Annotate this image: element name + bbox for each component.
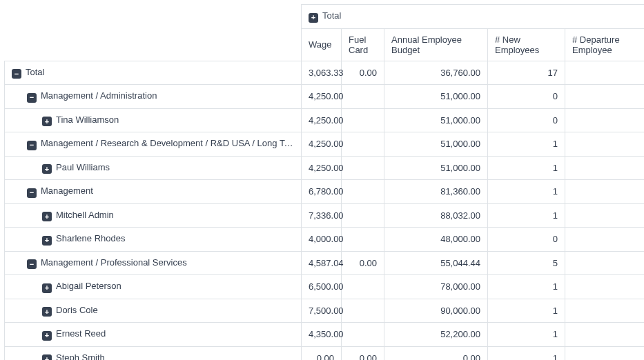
cell-wage: 4,250.00 [302,85,342,109]
cell-new_employees: 1 [488,346,565,360]
plus-icon[interactable] [42,236,52,246]
row-label: Management / Professional Services [41,257,187,268]
row-header[interactable]: Paul Williams [5,156,302,180]
minus-icon[interactable] [27,259,37,269]
row-label: Management [41,186,93,196]
cell-wage: 7,500.00 [302,299,342,323]
cell-new_employees: 0 [488,228,565,252]
cell-annual_budget: 78,000.00 [384,275,488,299]
row-header[interactable]: Sharlene Rhodes [5,228,302,252]
cell-annual_budget: 51,000.00 [384,85,488,109]
cell-annual_budget: 51,000.00 [384,156,488,180]
cell-departure_employees: 1 [565,156,645,180]
cell-departure_employees: 0 [565,346,645,360]
row-header[interactable]: Management / Professional Services [5,251,302,275]
pivot-row: Paul Williams4,250.0051,000.0011 [5,156,645,180]
pivot-row: Sharlene Rhodes4,000.0048,000.0001 [5,228,645,252]
cell-wage: 4,587.04 [302,251,342,275]
row-header[interactable]: Ernest Reed [5,323,302,347]
plus-icon[interactable] [42,164,52,174]
row-label: Tina Williamson [56,114,119,125]
row-label: Management / Administration [41,90,157,101]
cell-departure_employees: 1 [565,251,645,275]
row-header[interactable]: Tina Williamson [5,108,302,132]
row-header[interactable]: Steph Smith [5,346,302,360]
row-header[interactable]: Management / Research & Development / R&… [5,132,302,157]
cell-departure_employees: 0 [565,203,645,228]
column-header-wage[interactable]: Wage [302,28,342,61]
cell-departure_employees: 1 [565,180,645,204]
pivot-row: Mitchell Admin7,336.0088,032.0010 [5,203,645,228]
pivot-row: Management6,780.0081,360.0011 [5,180,645,204]
pivot-row: Tina Williamson4,250.0051,000.0001 [5,108,645,132]
plus-icon[interactable] [42,354,52,360]
plus-icon[interactable] [309,13,318,23]
cell-fuel_card [342,275,384,299]
cell-new_employees: 1 [488,156,565,180]
cell-new_employees: 1 [488,323,565,347]
plus-icon[interactable] [42,331,52,341]
cell-departure_employees: 1 [565,132,645,157]
cell-new_employees: 17 [488,61,565,85]
minus-icon[interactable] [27,188,37,198]
cell-annual_budget: 52,200.00 [384,323,488,347]
row-label: Abigail Peterson [56,281,121,291]
cell-fuel_card [342,156,384,180]
cell-new_employees: 5 [488,251,565,275]
row-header[interactable]: Total [5,61,302,85]
plus-icon[interactable] [42,212,52,221]
cell-new_employees: 0 [488,108,565,132]
row-label: Steph Smith [56,352,105,361]
column-header-new-employees[interactable]: # New Employees [488,28,565,61]
cell-annual_budget: 90,000.00 [384,299,488,323]
cell-new_employees: 1 [488,275,565,299]
row-label: Ernest Reed [56,328,106,339]
row-header[interactable]: Mitchell Admin [5,203,302,228]
pivot-table: Total Wage Fuel Card Annual Employee Bud… [4,4,644,360]
plus-icon[interactable] [42,307,52,317]
plus-icon[interactable] [42,117,52,126]
cell-fuel_card: 0.00 [342,251,384,275]
cell-new_employees: 0 [488,85,565,109]
row-header[interactable]: Management / Administration [5,85,302,109]
cell-wage: 4,250.00 [302,132,342,157]
cell-annual_budget: 55,044.44 [384,251,488,275]
row-header[interactable]: Abigail Peterson [5,275,302,299]
row-label: Doris Cole [56,305,98,315]
cell-wage: 6,500.00 [302,275,342,299]
column-group-total[interactable]: Total [302,5,645,29]
cell-departure_employees: 1 [565,228,645,252]
row-header[interactable]: Management [5,180,302,204]
pivot-row: Ernest Reed4,350.0052,200.0010 [5,323,645,347]
column-header-fuel-card[interactable]: Fuel Card [342,28,384,61]
plus-icon[interactable] [42,283,52,293]
pivot-row: Management / Professional Services4,587.… [5,251,645,275]
cell-wage: 4,000.00 [302,228,342,252]
cell-wage: 6,780.00 [302,180,342,204]
column-header-annual-budget[interactable]: Annual Employee Budget [384,28,488,61]
cell-annual_budget: 51,000.00 [384,108,488,132]
cell-new_employees: 1 [488,299,565,323]
cell-fuel_card [342,85,384,109]
row-label: Sharlene Rhodes [56,233,125,243]
cell-new_employees: 1 [488,180,565,204]
cell-fuel_card [342,203,384,228]
pivot-row: Steph Smith0.000.000.0010 [5,346,645,360]
cell-annual_budget: 0.00 [384,346,488,360]
pivot-row: Management / Administration4,250.0051,00… [5,85,645,109]
cell-wage: 4,250.00 [302,156,342,180]
cell-fuel_card [342,108,384,132]
cell-fuel_card [342,299,384,323]
cell-departure_employees: 0 [565,323,645,347]
pivot-row: Abigail Peterson6,500.0078,000.0011 [5,275,645,299]
cell-annual_budget: 81,360.00 [384,180,488,204]
column-header-departure-employees[interactable]: # Departure Employee [565,28,645,61]
cell-departure_employees: 1 [565,85,645,109]
cell-fuel_card [342,323,384,347]
minus-icon[interactable] [12,69,21,79]
minus-icon[interactable] [27,93,37,103]
cell-departure_employees: 1 [565,275,645,299]
minus-icon[interactable] [27,141,37,150]
row-header[interactable]: Doris Cole [5,299,302,323]
cell-fuel_card [342,180,384,204]
